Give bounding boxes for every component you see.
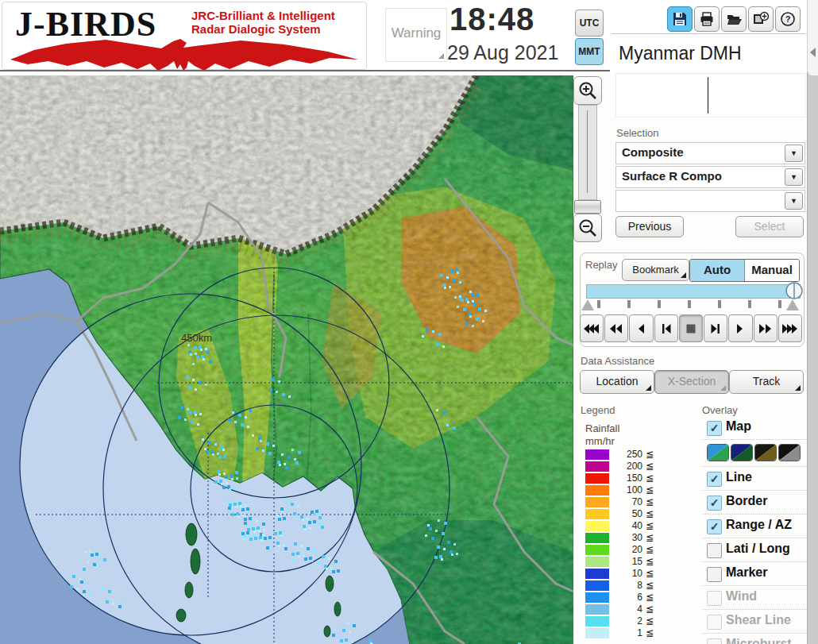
manual-button[interactable]: Manual [744,260,799,281]
legend-lte-symbol: ≦ [646,615,654,627]
legend-row: 200≦ [585,461,665,472]
shear-line-checkbox[interactable] [707,615,722,630]
overlay-row-shear-line: Shear Line [702,610,806,634]
legend-lte-symbol: ≦ [646,484,654,496]
stop-button[interactable] [679,314,703,342]
panel-collapse-tab[interactable] [807,0,818,75]
warning-button[interactable]: Warning [385,8,447,62]
slider-tick [627,300,631,308]
range-ring-label: 450km [181,332,212,344]
wind-checkbox[interactable] [707,591,722,606]
help-button[interactable]: ? [775,6,801,32]
legend-value: 50 [609,508,642,519]
dropdown-composite[interactable]: Composite ▼ [615,142,805,164]
legend-value: 2 [609,615,642,627]
microburst-label: Microburst [726,637,792,644]
overlay-row-range-az: ✓Range / AZ [702,515,806,538]
slider-tick [718,300,721,308]
overlay-row-microburst: Microburst [702,634,806,644]
border-checkbox[interactable]: ✓ [707,496,722,511]
save-button[interactable] [667,6,693,32]
site-list-box[interactable] [615,73,806,118]
legend-color-swatch [585,592,609,603]
legend-row: 4≦ [585,604,665,615]
svg-text:?: ? [785,14,791,24]
line-label: Line [726,470,752,484]
x-section-button[interactable]: X-Section [654,370,729,394]
rewind-button[interactable] [604,314,628,342]
zoom-slider-track[interactable] [578,105,597,200]
fastest-forward-button[interactable] [778,314,802,342]
line-checkbox[interactable]: ✓ [707,472,722,487]
button-label: Track [753,375,780,388]
zoom-slider-thumb[interactable] [574,200,601,214]
step-back-button[interactable] [654,314,678,342]
zoom-out-button[interactable] [573,214,602,242]
marker-checkbox[interactable] [707,567,722,582]
utc-button[interactable]: UTC [575,10,604,37]
map-style-3-button[interactable] [754,444,777,461]
chevron-down-icon[interactable]: ▼ [785,168,803,186]
previous-button[interactable]: Previous [615,216,684,237]
range-az-checkbox[interactable]: ✓ [707,519,722,534]
slider-start-marker[interactable] [581,299,594,310]
legend-lte-symbol: ≦ [646,508,654,519]
add-image-button[interactable] [748,6,774,32]
clock-date: 29 Aug 2021 [447,41,558,64]
select-button[interactable]: Select [735,216,804,237]
legend-color-swatch [585,509,609,519]
fastest-forward-icon [781,324,799,334]
map-style-1-button[interactable] [707,444,729,461]
panel-scroll-strip[interactable] [807,0,818,644]
chevron-down-icon[interactable]: ▼ [785,145,803,162]
play-back-button[interactable] [629,314,653,342]
radar-map[interactable]: 450km [0,75,573,644]
microburst-checkbox[interactable] [707,638,722,644]
map-style-icon [755,445,776,461]
mmt-button[interactable]: MMT [575,38,604,65]
lati-long-checkbox[interactable] [707,543,722,558]
map-label: Map [726,419,751,434]
legend-lte-symbol: ≦ [646,544,654,555]
slider-end-marker[interactable] [786,299,799,310]
auto-button[interactable]: Auto [690,260,744,281]
play-back-icon [633,324,650,334]
legend-color-swatch [585,521,609,531]
fast-forward-button[interactable] [754,314,777,342]
range-az-label: Range / AZ [726,518,792,532]
play-button[interactable] [728,314,752,342]
menu-corner-icon [681,272,686,278]
print-button[interactable] [694,6,720,32]
location-button[interactable]: Location [580,370,654,394]
legend-color-swatch [585,473,609,484]
replay-slider-track[interactable] [586,284,801,299]
legend-value: 10 [609,568,642,579]
warning-label: Warning [392,25,442,40]
track-button[interactable]: Track [729,370,804,394]
add-image-icon [752,11,770,27]
step-forward-button[interactable] [704,314,727,342]
map-checkbox[interactable]: ✓ [707,421,722,436]
clock-time: 18:48 [450,2,534,37]
dropdown-product[interactable]: Surface R Compo ▼ [615,166,805,188]
map-style-4-button[interactable] [778,444,801,461]
open-folder-button[interactable] [721,6,747,32]
overlay-row-border: ✓Border [702,491,806,515]
print-icon [699,11,715,27]
zoom-in-button[interactable] [573,76,602,105]
legend-color-swatch [585,449,609,460]
chevron-down-icon[interactable]: ▼ [785,192,803,210]
legend-row: 6≦ [585,592,665,604]
legend-lte-symbol: ≦ [646,627,654,638]
bookmark-button[interactable]: Bookmark [622,259,689,281]
logo-subtitle-line1: JRC-Brilliant & Intelligent [191,9,335,22]
legend-color-swatch [585,569,609,579]
map-style-2-button[interactable] [731,444,753,461]
help-icon: ? [780,11,796,27]
fast-rewind-button[interactable] [580,314,604,342]
legend-color-swatch [585,497,609,507]
dropdown-extra[interactable]: ▼ [615,190,805,212]
step-forward-icon [707,324,724,334]
menu-corner-icon [646,385,651,391]
wind-label: Wind [726,589,757,604]
